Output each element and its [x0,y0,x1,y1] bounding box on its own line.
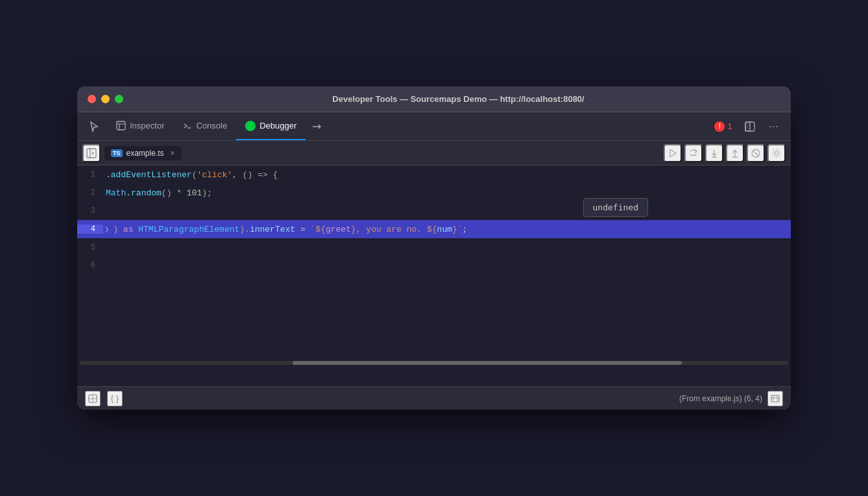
map-icon [770,393,780,404]
deactivate-button[interactable] [747,144,765,162]
statusbar-left: { } [85,391,123,406]
line-content-4: ) as HTMLParagraphElement).innerText = `… [110,225,467,234]
step-into-button[interactable] [705,144,723,162]
deactivate-icon [751,148,761,158]
svg-marker-5 [670,149,676,157]
breakpoint-arrow: ❯ [103,225,110,234]
panel-header-right [664,144,786,162]
inspector-icon [116,121,126,130]
code-line-5: 5 [77,238,791,256]
svg-point-12 [775,151,778,155]
panel-header: TS example.ts × [77,141,791,166]
error-badge[interactable]: ! 1 [709,112,737,140]
close-tab-button[interactable]: × [171,149,175,158]
file-name: example.ts [127,149,164,158]
tab-debugger[interactable]: Debugger [236,112,306,140]
ellipsis-icon: ··· [769,121,779,132]
svg-line-11 [753,151,758,156]
more-options-button[interactable]: ··· [762,112,786,140]
toolbar: Inspector Console Debugger ! 1 [77,112,791,141]
line-num-4: 4 [77,225,103,234]
pick-element-button[interactable] [82,112,107,140]
maximize-button[interactable] [115,95,123,103]
window-title: Developer Tools — Sourcemaps Demo — http… [136,94,780,104]
scrollbar-thumb[interactable] [293,361,682,365]
file-tab[interactable]: TS example.ts × [104,146,182,160]
code-line-2: 2 Math.random() * 101); [77,184,791,202]
tooltip-text: undefined [593,203,638,212]
line-num-3: 3 [77,206,103,216]
panel-header-left: TS example.ts × [82,144,182,162]
chevron-right-icon [312,124,324,129]
tab-console[interactable]: Console [173,112,236,140]
svg-rect-0 [117,121,125,130]
line-content-2: Math.random() * 101); [103,188,212,198]
code-line-3: 3 [77,202,791,220]
tooltip-undefined: undefined [583,198,648,217]
step-over-icon [688,148,699,158]
console-icon [182,121,192,130]
breakpoints-toggle-button[interactable] [85,391,101,406]
gear-icon [771,148,782,158]
code-editor[interactable]: 1 .addEventListener('click', () => { 2 M… [77,166,791,386]
scrollbar-track [80,361,788,365]
braces-icon: { } [111,393,119,403]
minimize-button[interactable] [101,95,110,103]
step-out-icon [730,148,740,158]
dock-button[interactable] [738,112,762,140]
svg-rect-4 [87,149,96,158]
prettify-button[interactable]: { } [107,391,123,406]
statusbar-right: (From example.js) (6, 4) [679,391,783,406]
close-button[interactable] [88,95,96,103]
cursor-icon [89,121,101,132]
debugger-icon [245,121,256,131]
error-dot: ! [714,121,725,132]
resume-button[interactable] [664,144,682,162]
line-num-5: 5 [77,243,103,252]
horizontal-scrollbar[interactable] [77,359,791,367]
line-num-1: 1 [77,170,103,179]
traffic-lights [88,95,123,103]
step-out-button[interactable] [726,144,744,162]
position-text: (From example.js) (6, 4) [679,394,762,403]
step-into-icon [709,148,719,158]
code-line-6: 6 [77,256,791,275]
devtools-window: Developer Tools — Sourcemaps Demo — http… [77,86,791,410]
line-num-2: 2 [77,188,103,197]
titlebar: Developer Tools — Sourcemaps Demo — http… [77,86,791,112]
toggle-sidebar-button[interactable] [82,144,101,162]
breakpoints-icon [88,393,98,404]
error-count: 1 [727,121,732,131]
settings-button[interactable] [767,144,786,162]
more-tools-button[interactable] [306,112,330,140]
line-num-6: 6 [77,261,103,270]
console-label: Console [196,121,227,130]
code-line-4: 4 ❯ ) as HTMLParagraphElement).innerText… [77,220,791,238]
step-over-button[interactable] [684,144,703,162]
source-map-button[interactable] [767,391,783,406]
line-content-1: .addEventListener('click', () => { [103,170,278,180]
sidebar-toggle-icon [86,147,97,159]
play-icon [668,148,678,158]
statusbar: { } (From example.js) (6, 4) [77,386,791,410]
debugger-label: Debugger [259,121,296,130]
inspector-label: Inspector [130,121,164,130]
ts-badge: TS [111,149,123,157]
svg-rect-16 [771,395,779,402]
code-empty-space [77,275,791,359]
svg-rect-3 [745,122,750,131]
tab-inspector[interactable]: Inspector [107,112,173,140]
code-line-1: 1 .addEventListener('click', () => { [77,166,791,184]
dock-icon [744,121,756,132]
